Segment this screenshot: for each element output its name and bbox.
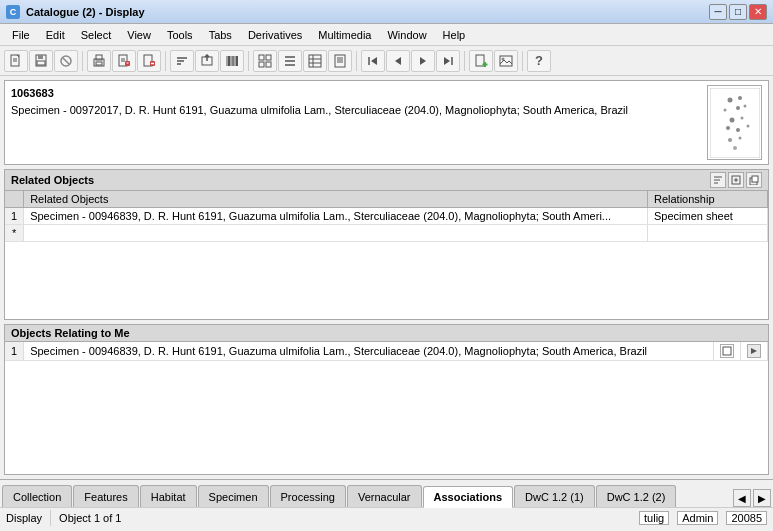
svg-rect-4 bbox=[38, 55, 43, 59]
print-button[interactable] bbox=[87, 50, 111, 72]
or-object-value: Specimen - 00946839, D. R. Hunt 6191, Gu… bbox=[24, 342, 714, 361]
delete-button[interactable] bbox=[137, 50, 161, 72]
edit-button[interactable] bbox=[112, 50, 136, 72]
app-icon: C bbox=[6, 5, 20, 19]
image-button[interactable] bbox=[494, 50, 518, 72]
row-num: 1 bbox=[5, 208, 24, 225]
menu-multimedia[interactable]: Multimedia bbox=[310, 27, 379, 43]
menu-derivatives[interactable]: Derivatives bbox=[240, 27, 310, 43]
record-description: Specimen - 00972017, D. R. Hunt 6191, Gu… bbox=[11, 102, 701, 119]
help-button[interactable]: ? bbox=[527, 50, 551, 72]
svg-line-7 bbox=[63, 58, 69, 64]
tab-specimen[interactable]: Specimen bbox=[198, 485, 269, 507]
new-record-button[interactable] bbox=[469, 50, 493, 72]
tab-vernacular[interactable]: Vernacular bbox=[347, 485, 422, 507]
window-controls: ─ □ ✕ bbox=[709, 4, 767, 20]
record-text: 1063683 Specimen - 00972017, D. R. Hunt … bbox=[11, 85, 701, 160]
tab-scroll-right[interactable]: ▶ bbox=[753, 489, 771, 507]
last-record-button[interactable] bbox=[436, 50, 460, 72]
col-related-objects-header: Related Objects bbox=[24, 191, 648, 208]
col-num-header bbox=[5, 191, 24, 208]
or-row-num: 1 bbox=[5, 342, 24, 361]
table-row[interactable]: 1 Specimen - 00946839, D. R. Hunt 6191, … bbox=[5, 208, 768, 225]
related-objects-section: Related Objects Related Objects Relation… bbox=[4, 169, 769, 320]
report-view-button[interactable] bbox=[328, 50, 352, 72]
tab-features[interactable]: Features bbox=[73, 485, 138, 507]
svg-rect-31 bbox=[266, 55, 271, 60]
svg-rect-77 bbox=[752, 176, 758, 182]
close-button[interactable]: ✕ bbox=[749, 4, 767, 20]
svg-rect-32 bbox=[259, 62, 264, 67]
grid-view-button[interactable] bbox=[253, 50, 277, 72]
svg-point-58 bbox=[738, 96, 742, 100]
menu-tools[interactable]: Tools bbox=[159, 27, 201, 43]
menu-select[interactable]: Select bbox=[73, 27, 120, 43]
tab-collection[interactable]: Collection bbox=[2, 485, 72, 507]
tab-scroll-left[interactable]: ◀ bbox=[733, 489, 751, 507]
svg-marker-47 bbox=[395, 57, 401, 65]
tab-processing[interactable]: Processing bbox=[270, 485, 346, 507]
status-bar: Display Object 1 of 1 tulig Admin 20085 bbox=[0, 507, 773, 527]
or-action-btn[interactable] bbox=[714, 342, 741, 361]
menu-help[interactable]: Help bbox=[435, 27, 474, 43]
toolbar: ? bbox=[0, 46, 773, 76]
svg-rect-5 bbox=[37, 61, 45, 65]
svg-point-66 bbox=[746, 124, 749, 127]
menu-file[interactable]: File bbox=[4, 27, 38, 43]
svg-rect-30 bbox=[259, 55, 264, 60]
svg-rect-10 bbox=[96, 62, 102, 65]
record-thumbnail bbox=[707, 85, 762, 160]
related-objects-sort-icon[interactable] bbox=[710, 172, 726, 188]
record-info: 1063683 Specimen - 00972017, D. R. Hunt … bbox=[4, 80, 769, 165]
or-action-btn2[interactable] bbox=[741, 342, 768, 361]
status-number: 20085 bbox=[726, 511, 767, 525]
svg-rect-41 bbox=[335, 55, 345, 67]
first-record-button[interactable] bbox=[361, 50, 385, 72]
main-content: 1063683 Specimen - 00972017, D. R. Hunt … bbox=[0, 76, 773, 479]
menu-window[interactable]: Window bbox=[379, 27, 434, 43]
svg-point-65 bbox=[736, 128, 740, 132]
svg-point-63 bbox=[740, 116, 743, 119]
tab-associations[interactable]: Associations bbox=[423, 486, 513, 508]
next-record-button[interactable] bbox=[411, 50, 435, 72]
svg-point-57 bbox=[727, 97, 732, 102]
menu-tabs[interactable]: Tabs bbox=[201, 27, 240, 43]
tab-habitat[interactable]: Habitat bbox=[140, 485, 197, 507]
menu-edit[interactable]: Edit bbox=[38, 27, 73, 43]
new-button[interactable] bbox=[4, 50, 28, 72]
sort-button[interactable] bbox=[170, 50, 194, 72]
maximize-button[interactable]: □ bbox=[729, 4, 747, 20]
list-view-button[interactable] bbox=[278, 50, 302, 72]
svg-rect-33 bbox=[266, 62, 271, 67]
svg-marker-48 bbox=[420, 57, 426, 65]
related-objects-title: Related Objects bbox=[11, 174, 94, 186]
tab-dwc-1[interactable]: DwC 1.2 (1) bbox=[514, 485, 595, 507]
table-view-button[interactable] bbox=[303, 50, 327, 72]
minimize-button[interactable]: ─ bbox=[709, 4, 727, 20]
save-button[interactable] bbox=[29, 50, 53, 72]
menu-view[interactable]: View bbox=[119, 27, 159, 43]
svg-point-60 bbox=[736, 106, 740, 110]
tab-navigation: ◀ ▶ bbox=[733, 489, 771, 507]
new-row-relationship bbox=[648, 225, 768, 242]
prev-record-button[interactable] bbox=[386, 50, 410, 72]
new-row-indicator: * bbox=[5, 225, 24, 242]
tab-bar: Collection Features Habitat Specimen Pro… bbox=[0, 479, 773, 507]
svg-point-62 bbox=[729, 117, 734, 122]
related-objects-copy-icon[interactable] bbox=[746, 172, 762, 188]
svg-marker-79 bbox=[751, 348, 757, 354]
tab-dwc-2[interactable]: DwC 1.2 (2) bbox=[596, 485, 677, 507]
svg-point-69 bbox=[733, 146, 737, 150]
table-empty-row[interactable]: * bbox=[5, 225, 768, 242]
svg-marker-46 bbox=[371, 57, 377, 65]
related-objects-expand-icon[interactable] bbox=[728, 172, 744, 188]
cancel-button[interactable] bbox=[54, 50, 78, 72]
barcode-button[interactable] bbox=[220, 50, 244, 72]
related-object-value: Specimen - 00946839, D. R. Hunt 6191, Gu… bbox=[24, 208, 648, 225]
title-bar: C Catalogue (2) - Display ─ □ ✕ bbox=[0, 0, 773, 24]
svg-rect-78 bbox=[723, 347, 731, 355]
record-id: 1063683 bbox=[11, 85, 701, 102]
svg-point-59 bbox=[723, 108, 726, 111]
export-button[interactable] bbox=[195, 50, 219, 72]
table-row[interactable]: 1 Specimen - 00946839, D. R. Hunt 6191, … bbox=[5, 342, 768, 361]
